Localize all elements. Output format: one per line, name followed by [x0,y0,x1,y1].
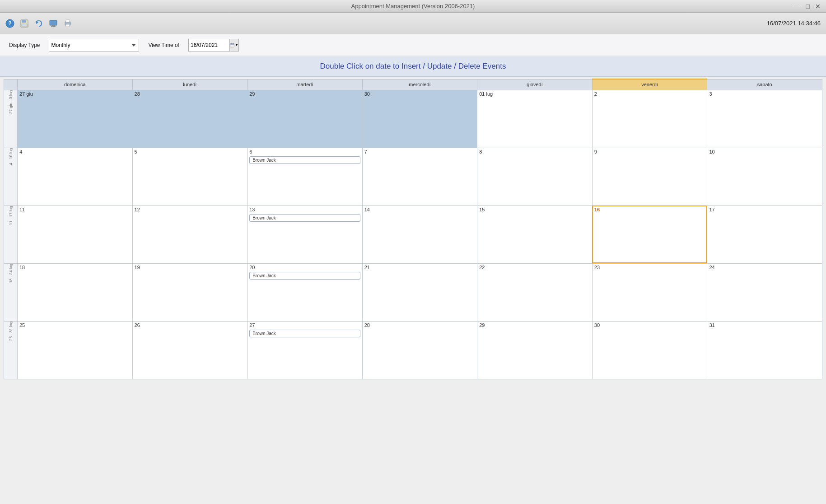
event-item[interactable]: Brown Jack [249,330,360,337]
svg-rect-6 [50,20,57,25]
day-number: 25 [18,322,132,329]
day-cell[interactable]: 31 [707,321,822,379]
svg-rect-3 [22,20,26,23]
day-number: 7 [363,148,477,155]
day-cell[interactable]: 19 [132,263,247,321]
week-label-text: 27 giu - 3 lug [9,90,13,114]
controls-bar: Display Type Daily Weekly Monthly Yearly… [0,34,826,56]
day-cell[interactable]: 4 [18,148,133,205]
day-cell[interactable]: 3 [707,90,822,148]
monitor-icon [49,19,58,28]
day-cell[interactable]: 6Brown Jack [247,148,363,205]
help-icon: ? [5,19,14,28]
week-label: 27 giu - 3 lug [4,90,18,148]
day-number: 5 [133,148,247,155]
save-button[interactable] [18,17,31,30]
day-number: 17 [707,206,822,213]
window-controls: — □ ✕ [793,3,822,10]
toolbar-icons: ? [4,17,74,30]
day-cell[interactable]: 21 [362,263,477,321]
day-cell[interactable]: 24 [707,263,822,321]
day-cell[interactable]: 16 [592,205,707,263]
date-input[interactable] [189,39,229,51]
day-number: 29 [477,322,592,329]
undo-button[interactable] [33,17,45,30]
day-cell[interactable]: 18 [18,263,133,321]
day-number: 11 [18,206,132,213]
day-number: 30 [593,322,707,329]
day-cell[interactable]: 29 [247,90,363,148]
day-cell[interactable]: 8 [477,148,593,205]
header-giovedi: giovedì [477,79,593,90]
date-input-wrapper: ▼ [188,39,239,51]
monitor-button[interactable] [47,17,60,30]
undo-icon [34,19,43,28]
day-number: 9 [593,148,707,155]
day-cell[interactable]: 27Brown Jack [247,321,363,379]
day-number: 28 [363,322,477,329]
day-cell[interactable]: 01 lug [477,90,593,148]
day-cell[interactable]: 30 [592,321,707,379]
date-picker-button[interactable]: ▼ [229,39,238,51]
svg-marker-5 [36,21,38,24]
maximize-button[interactable]: □ [804,3,812,10]
event-item[interactable]: Brown Jack [249,156,360,164]
day-number: 2 [593,90,707,98]
day-cell[interactable]: 7 [362,148,477,205]
help-button[interactable]: ? [4,17,16,30]
week-row: 18 - 24 lug181920Brown Jack21222324 [4,263,822,321]
day-cell[interactable]: 17 [707,205,822,263]
header-sabato: sabato [707,79,822,90]
week-label: 18 - 24 lug [4,263,18,321]
day-number: 14 [363,206,477,213]
view-time-label: View Time of [148,42,179,48]
display-type-label: Display Type [9,42,40,48]
print-button[interactable] [61,17,74,30]
svg-rect-13 [230,43,234,45]
day-cell[interactable]: 13Brown Jack [247,205,363,263]
event-item[interactable]: Brown Jack [249,214,360,222]
day-cell[interactable]: 10 [707,148,822,205]
day-cell[interactable]: 28 [132,90,247,148]
display-type-select[interactable]: Daily Weekly Monthly Yearly [49,39,139,51]
day-cell[interactable]: 2 [592,90,707,148]
day-cell[interactable]: 5 [132,148,247,205]
day-cell[interactable]: 26 [132,321,247,379]
day-cell[interactable]: 20Brown Jack [247,263,363,321]
calendar-icon [230,42,234,48]
svg-rect-8 [51,26,56,27]
day-cell[interactable]: 14 [362,205,477,263]
day-cell[interactable]: 15 [477,205,593,263]
day-number: 23 [593,264,707,271]
day-number: 22 [477,264,592,271]
week-label: 4 - 10 lug [4,148,18,205]
svg-text:?: ? [8,20,11,27]
svg-rect-4 [22,24,27,26]
week-label-text: 25 - 31 lug [9,322,13,341]
week-row: 4 - 10 lug456Brown Jack78910 [4,148,822,205]
day-cell[interactable]: 28 [362,321,477,379]
day-cell[interactable]: 29 [477,321,593,379]
day-number: 6 [247,148,362,155]
day-cell[interactable]: 12 [132,205,247,263]
day-number: 26 [133,322,247,329]
day-number: 29 [247,90,362,98]
day-cell[interactable]: 11 [18,205,133,263]
day-cell[interactable]: 9 [592,148,707,205]
minimize-button[interactable]: — [793,3,803,10]
header-domenica: domenica [18,79,133,90]
day-number: 16 [593,206,707,213]
day-cell[interactable]: 25 [18,321,133,379]
instruction-text: Double Click on date to Insert / Update … [320,62,506,71]
datetime-display: 16/07/2021 14:34:46 [767,20,821,27]
event-item[interactable]: Brown Jack [249,272,360,280]
day-cell[interactable]: 27 giu [18,90,133,148]
calendar-header-row: domenica lunedì martedì mercoledì gioved… [4,79,822,90]
day-cell[interactable]: 30 [362,90,477,148]
calendar-body: 27 giu - 3 lug27 giu28293001 lug234 - 10… [4,90,822,379]
day-cell[interactable]: 23 [592,263,707,321]
title-bar: Appointment Management (Version 2006-202… [0,0,826,13]
instruction-bar: Double Click on date to Insert / Update … [0,56,826,77]
close-button[interactable]: ✕ [813,3,822,10]
day-cell[interactable]: 22 [477,263,593,321]
